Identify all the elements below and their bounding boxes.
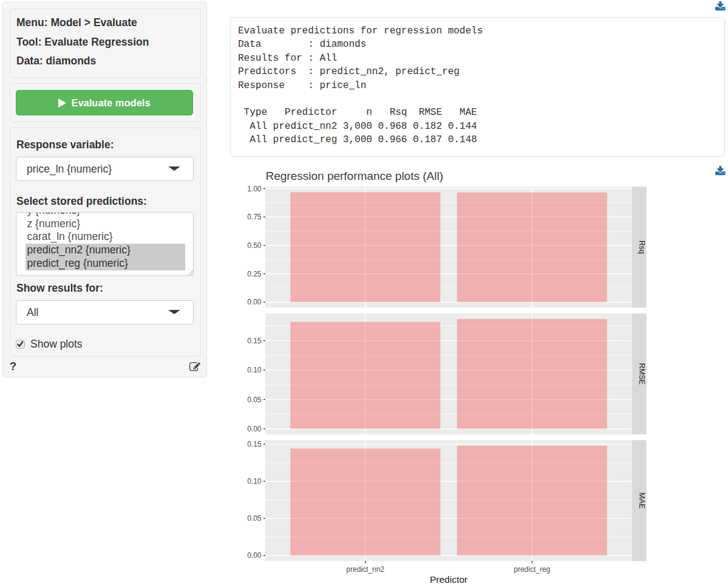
svg-text:Regression performance plots (: Regression performance plots (All) xyxy=(266,170,444,182)
svg-text:0.25: 0.25 xyxy=(247,270,262,278)
svg-text:0.50: 0.50 xyxy=(247,241,262,250)
svg-text:1.00: 1.00 xyxy=(247,185,262,193)
svg-text:0.05: 0.05 xyxy=(247,514,262,523)
svg-text:0.10: 0.10 xyxy=(247,366,262,374)
svg-text:0.15: 0.15 xyxy=(247,337,262,345)
svg-text:predict_reg: predict_reg xyxy=(514,565,550,574)
svg-text:0.00: 0.00 xyxy=(247,298,262,306)
svg-text:Predictor: Predictor xyxy=(430,574,468,585)
svg-text:0.75: 0.75 xyxy=(247,213,262,221)
svg-text:Rsq: Rsq xyxy=(638,241,646,254)
svg-text:0.10: 0.10 xyxy=(247,477,262,486)
svg-text:predict_nn2: predict_nn2 xyxy=(346,565,384,574)
svg-text:0.15: 0.15 xyxy=(247,440,262,448)
svg-text:0.00: 0.00 xyxy=(247,425,262,433)
svg-text:0.00: 0.00 xyxy=(247,551,262,560)
svg-text:MAE: MAE xyxy=(638,492,646,509)
svg-text:RMSE: RMSE xyxy=(638,363,646,385)
svg-text:0.05: 0.05 xyxy=(247,396,262,404)
